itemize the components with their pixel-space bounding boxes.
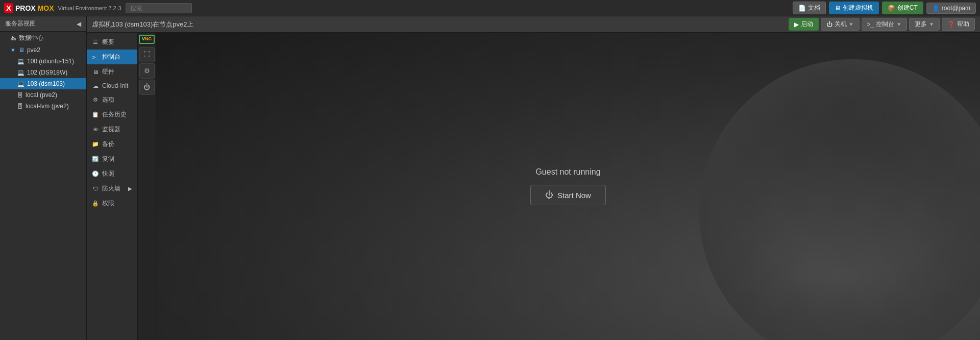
create-ct-label: 创建CT xyxy=(897,4,918,12)
vm103-label: 103 (dsm103) xyxy=(27,80,65,87)
vm100-icon: 💻 xyxy=(17,58,24,65)
local-pve2-icon: 🗄 xyxy=(17,92,23,98)
local-pve2-label: local (pve2) xyxy=(26,91,57,99)
console-nav-label: 控制台 xyxy=(102,53,120,61)
more-button[interactable]: 更多 ▼ xyxy=(909,18,940,31)
more-label: 更多 xyxy=(915,20,927,29)
start-now-label: Start Now xyxy=(557,191,591,200)
help-button[interactable]: ❓ 帮助 xyxy=(942,18,975,31)
create-ct-icon: 📦 xyxy=(888,5,895,12)
topbar-right: 📄 文档 🖥 创建虚拟机 📦 创建CT 👤 root@pam xyxy=(793,2,976,14)
firewall-label: 防火墙 xyxy=(102,184,120,193)
sidebar-item-datacenter[interactable]: 🖧 数据中心 xyxy=(0,32,86,44)
split-panel: ☰ 概要 >_ 控制台 🖥 硬件 ☁ Cloud-Init ⚙ 选项 xyxy=(87,33,980,340)
backup-label: 备份 xyxy=(102,140,114,149)
monitor-label: 监视器 xyxy=(102,125,120,134)
sidebar-item-103[interactable]: 💻 103 (dsm103) xyxy=(0,78,86,89)
sidebar: 服务器视图 ◀ 🖧 数据中心 ▼ 🖥 pve2 💻 100 (ubuntu-15… xyxy=(0,16,87,340)
vm102-label: 102 (DS918W) xyxy=(27,69,67,76)
create-vm-label: 创建虚拟机 xyxy=(843,4,873,12)
task-history-icon: 📋 xyxy=(92,111,99,118)
docs-button[interactable]: 📄 文档 xyxy=(793,2,826,14)
logo: X PROXMOX Virtual Environment 7.2-3 xyxy=(4,3,121,13)
firewall-arrow: ▶ xyxy=(128,186,132,191)
user-label: root@pam xyxy=(942,5,970,12)
docs-icon: 📄 xyxy=(798,5,806,12)
vnc-badge: VNC xyxy=(139,35,155,44)
start-label: 启动 xyxy=(801,20,813,29)
backup-icon: 📁 xyxy=(92,141,99,148)
help-label: 帮助 xyxy=(957,20,969,29)
nav-item-backup[interactable]: 📁 备份 xyxy=(87,137,137,152)
vm100-label: 100 (ubuntu-151) xyxy=(27,58,74,65)
console-sidebar: VNC ⛶ ⚙ ⏻ xyxy=(138,33,156,340)
content-area: 虚拟机103 (dsm103)在节点pve2上 ▶ 启动 ⏻ 关机 ▼ >_ 控… xyxy=(87,16,980,340)
console-dropdown-icon: ▼ xyxy=(896,21,901,27)
local-lvm-label: local-lvm (pve2) xyxy=(26,103,69,110)
datacenter-icon: 🖧 xyxy=(10,35,16,42)
vm-header: 虚拟机103 (dsm103)在节点pve2上 ▶ 启动 ⏻ 关机 ▼ >_ 控… xyxy=(87,16,980,33)
guest-not-running-message: Guest not running xyxy=(535,167,600,177)
replication-icon: 🔄 xyxy=(92,156,99,162)
console-fullscreen-button[interactable]: ⛶ xyxy=(139,47,155,62)
search-input[interactable] xyxy=(126,3,192,13)
nav-item-hardware[interactable]: 🖥 硬件 xyxy=(87,64,137,79)
more-dropdown-icon: ▼ xyxy=(929,21,934,27)
sidebar-collapse-icon[interactable]: ◀ xyxy=(77,20,81,28)
user-button[interactable]: 👤 root@pam xyxy=(926,3,976,14)
local-lvm-icon: 🗄 xyxy=(17,103,23,109)
create-ct-button[interactable]: 📦 创建CT xyxy=(882,2,923,14)
options-icon: ⚙ xyxy=(92,96,99,103)
permissions-icon: 🔒 xyxy=(92,200,99,207)
shutdown-icon: ⏻ xyxy=(826,21,832,28)
snapshot-icon: 🕐 xyxy=(92,171,99,177)
console-button[interactable]: >_ 控制台 ▼ xyxy=(862,18,908,31)
vnc-nc: NC xyxy=(145,36,152,41)
start-button[interactable]: ▶ 启动 xyxy=(789,18,819,31)
nav-item-cloudinit[interactable]: ☁ Cloud-Init xyxy=(87,79,137,92)
shutdown-dropdown-icon: ▼ xyxy=(849,21,854,27)
nav-item-console[interactable]: >_ 控制台 xyxy=(87,50,137,64)
monitor-icon: 👁 xyxy=(92,127,99,133)
logo-prox: PROX xyxy=(15,4,36,12)
sidebar-item-102[interactable]: 💻 102 (DS918W) xyxy=(0,67,86,78)
create-vm-icon: 🖥 xyxy=(835,5,841,12)
docs-label: 文档 xyxy=(808,4,820,12)
cloudinit-icon: ☁ xyxy=(92,83,99,89)
console-icon: >_ xyxy=(867,21,874,28)
sidebar-header-label: 服务器视图 xyxy=(5,19,36,28)
console-settings-button[interactable]: ⚙ xyxy=(139,63,155,79)
nav-item-replication[interactable]: 🔄 复制 xyxy=(87,152,137,166)
firewall-icon: 🛡 xyxy=(92,186,99,192)
nav-item-summary[interactable]: ☰ 概要 xyxy=(87,35,137,50)
sidebar-item-local-pve2[interactable]: 🗄 local (pve2) xyxy=(0,89,86,101)
user-icon: 👤 xyxy=(932,5,940,12)
nav-item-task-history[interactable]: 📋 任务历史 xyxy=(87,107,137,122)
left-nav: ☰ 概要 >_ 控制台 🖥 硬件 ☁ Cloud-Init ⚙ 选项 xyxy=(87,33,138,340)
nav-item-permissions[interactable]: 🔒 权限 xyxy=(87,196,137,211)
logo-mox: MOX xyxy=(38,4,54,12)
nav-item-firewall[interactable]: 🛡 防火墙 ▶ xyxy=(87,181,137,196)
shutdown-button[interactable]: ⏻ 关机 ▼ xyxy=(821,18,860,31)
help-icon: ❓ xyxy=(947,21,955,28)
pve2-icon: ▼ xyxy=(10,47,16,53)
main-view: Guest not running ⏻ Start Now xyxy=(156,33,980,340)
summary-icon: ☰ xyxy=(92,39,99,45)
sidebar-item-pve2[interactable]: ▼ 🖥 pve2 xyxy=(0,44,86,56)
sidebar-item-local-lvm[interactable]: 🗄 local-lvm (pve2) xyxy=(0,101,86,112)
topbar: X PROXMOX Virtual Environment 7.2-3 📄 文档… xyxy=(0,0,980,16)
sidebar-item-100[interactable]: 💻 100 (ubuntu-151) xyxy=(0,56,86,67)
logo-version: Virtual Environment 7.2-3 xyxy=(58,5,121,11)
nav-item-options[interactable]: ⚙ 选项 xyxy=(87,92,137,107)
console-nav-icon: >_ xyxy=(92,54,99,60)
options-label: 选项 xyxy=(102,95,114,104)
hardware-icon: 🖥 xyxy=(92,69,99,75)
pve2-node-icon: 🖥 xyxy=(18,46,24,54)
nav-item-monitor[interactable]: 👁 监视器 xyxy=(87,122,137,137)
console-power-button[interactable]: ⏻ xyxy=(139,80,155,95)
create-vm-button[interactable]: 🖥 创建虚拟机 xyxy=(829,2,879,14)
nav-item-snapshot[interactable]: 🕐 快照 xyxy=(87,166,137,181)
start-now-button[interactable]: ⏻ Start Now xyxy=(530,185,606,205)
console-label: 控制台 xyxy=(876,20,894,29)
snapshot-label: 快照 xyxy=(102,169,114,178)
